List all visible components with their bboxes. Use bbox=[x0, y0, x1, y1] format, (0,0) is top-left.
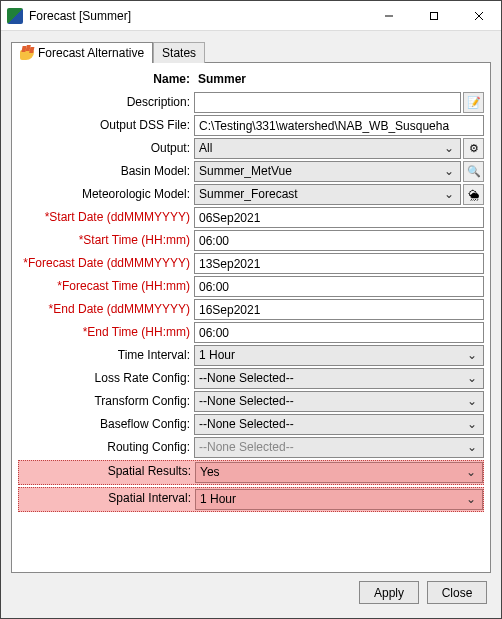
basin-tool-icon[interactable]: 🔍 bbox=[463, 161, 484, 182]
gear-icon[interactable]: ⚙ bbox=[463, 138, 484, 159]
name-value: Summer bbox=[194, 69, 484, 90]
end-date-input[interactable] bbox=[194, 299, 484, 320]
output-label: Output: bbox=[18, 138, 194, 159]
routing-select[interactable]: --None Selected-- bbox=[194, 437, 484, 458]
tab-strip: Forecast Alternative States bbox=[5, 35, 497, 62]
forecast-date-input[interactable] bbox=[194, 253, 484, 274]
start-time-label: Start Time (HH:mm) bbox=[18, 230, 194, 251]
start-date-label: Start Date (ddMMMYYYY) bbox=[18, 207, 194, 228]
met-select[interactable]: Summer_Forecast bbox=[194, 184, 461, 205]
tab-label: States bbox=[162, 46, 196, 60]
maximize-button[interactable] bbox=[411, 1, 456, 30]
tab-panel-forecast: Name: Summer Description: 📝 Output DSS F… bbox=[11, 62, 491, 573]
transform-label: Transform Config: bbox=[18, 391, 194, 412]
forecast-window: Forecast [Summer] Forecast Alternative S… bbox=[0, 0, 502, 619]
routing-label: Routing Config: bbox=[18, 437, 194, 458]
end-time-input[interactable] bbox=[194, 322, 484, 343]
basin-select[interactable]: Summer_MetVue bbox=[194, 161, 461, 182]
tab-forecast-alternative[interactable]: Forecast Alternative bbox=[11, 42, 153, 63]
titlebar: Forecast [Summer] bbox=[1, 1, 501, 31]
description-edit-icon[interactable]: 📝 bbox=[463, 92, 484, 113]
loss-label: Loss Rate Config: bbox=[18, 368, 194, 389]
spatial-results-select[interactable]: Yes bbox=[195, 462, 483, 483]
svg-rect-1 bbox=[430, 12, 437, 19]
footer-buttons: Apply Close bbox=[5, 573, 497, 614]
forecast-time-input[interactable] bbox=[194, 276, 484, 297]
end-date-label: End Date (ddMMMYYYY) bbox=[18, 299, 194, 320]
window-title: Forecast [Summer] bbox=[29, 9, 366, 23]
name-label: Name: bbox=[18, 69, 194, 90]
spatial-interval-label: Spatial Interval: bbox=[19, 489, 195, 510]
app-icon bbox=[7, 8, 23, 24]
spatial-interval-select[interactable]: 1 Hour bbox=[195, 489, 483, 510]
basin-label: Basin Model: bbox=[18, 161, 194, 182]
baseflow-label: Baseflow Config: bbox=[18, 414, 194, 435]
spatial-results-label: Spatial Results: bbox=[19, 462, 195, 483]
start-time-input[interactable] bbox=[194, 230, 484, 251]
apply-button[interactable]: Apply bbox=[359, 581, 419, 604]
met-tool-icon[interactable]: 🌦 bbox=[463, 184, 484, 205]
transform-select[interactable]: --None Selected-- bbox=[194, 391, 484, 412]
start-date-input[interactable] bbox=[194, 207, 484, 228]
tab-states[interactable]: States bbox=[153, 42, 205, 63]
time-interval-label: Time Interval: bbox=[18, 345, 194, 366]
window-controls bbox=[366, 1, 501, 30]
content-area: Forecast Alternative States Name: Summer… bbox=[1, 31, 501, 618]
description-label: Description: bbox=[18, 92, 194, 113]
loss-select[interactable]: --None Selected-- bbox=[194, 368, 484, 389]
output-dss-label: Output DSS File: bbox=[18, 115, 194, 136]
time-interval-select[interactable]: 1 Hour bbox=[194, 345, 484, 366]
met-label: Meteorologic Model: bbox=[18, 184, 194, 205]
output-select[interactable]: All bbox=[194, 138, 461, 159]
end-time-label: End Time (HH:mm) bbox=[18, 322, 194, 343]
tab-label: Forecast Alternative bbox=[38, 46, 144, 60]
description-input[interactable] bbox=[194, 92, 461, 113]
close-dialog-button[interactable]: Close bbox=[427, 581, 487, 604]
close-button[interactable] bbox=[456, 1, 501, 30]
output-dss-input[interactable] bbox=[194, 115, 484, 136]
baseflow-select[interactable]: --None Selected-- bbox=[194, 414, 484, 435]
minimize-button[interactable] bbox=[366, 1, 411, 30]
forecast-time-label: Forecast Time (HH:mm) bbox=[18, 276, 194, 297]
forecast-icon bbox=[20, 46, 34, 60]
forecast-date-label: Forecast Date (ddMMMYYYY) bbox=[18, 253, 194, 274]
